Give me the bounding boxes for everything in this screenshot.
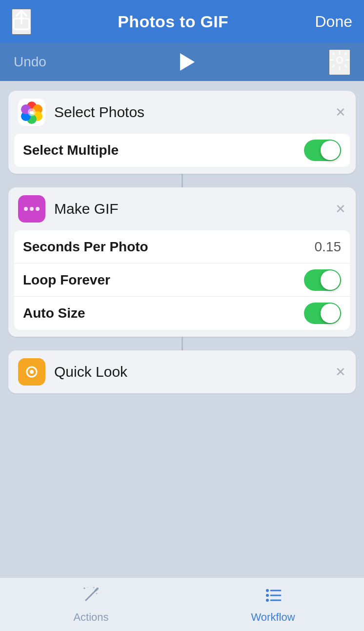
tab-workflow[interactable]: Workflow (182, 586, 364, 624)
play-button[interactable] (180, 53, 195, 71)
make-gif-header: Make GIF ✕ (8, 187, 356, 230)
svg-text:+: + (87, 586, 88, 588)
svg-point-1 (337, 57, 343, 63)
toggle-knob (321, 141, 340, 160)
auto-size-row: Auto Size (14, 297, 350, 330)
select-photos-title: Select Photos (54, 104, 335, 121)
svg-text:✦: ✦ (96, 592, 98, 595)
loop-forever-row: Loop Forever (14, 264, 350, 297)
select-photos-header: Select Photos ✕ (8, 91, 356, 134)
svg-point-17 (266, 589, 269, 592)
seconds-per-photo-value: 0.15 (315, 239, 342, 255)
quick-look-card: Quick Look ✕ (8, 350, 356, 393)
select-multiple-toggle[interactable] (304, 140, 341, 161)
svg-point-21 (266, 599, 269, 602)
select-photos-close-button[interactable]: ✕ (335, 106, 346, 119)
seconds-per-photo-row[interactable]: Seconds Per Photo 0.15 (14, 230, 350, 264)
loop-forever-toggle[interactable] (304, 269, 341, 291)
select-multiple-label: Select Multiple (23, 142, 119, 158)
svg-line-12 (96, 589, 98, 590)
auto-size-label: Auto Size (23, 305, 85, 321)
share-button[interactable] (12, 9, 31, 35)
svg-point-10 (30, 370, 34, 374)
tab-bar: ✦ ✦ ✦ + Actions Workflow (0, 577, 364, 631)
tab-workflow-label: Workflow (251, 611, 295, 624)
loop-forever-label: Loop Forever (23, 272, 110, 288)
auto-size-toggle[interactable] (304, 303, 341, 324)
gif-dot-2 (30, 207, 34, 211)
make-gif-title: Make GIF (54, 201, 335, 217)
tab-actions[interactable]: ✦ ✦ ✦ + Actions (0, 586, 182, 624)
tab-actions-label: Actions (73, 611, 108, 624)
make-gif-icon (18, 195, 45, 223)
select-photos-card: Select Photos ✕ Select Multiple (8, 91, 356, 174)
undo-button[interactable]: Undo (14, 54, 46, 70)
gif-dot-1 (24, 207, 28, 211)
done-button[interactable]: Done (315, 13, 352, 31)
svg-line-11 (86, 590, 96, 600)
connector-1 (182, 174, 183, 187)
toggle-knob-loop (321, 270, 340, 290)
connector-2 (182, 337, 183, 350)
make-gif-close-button[interactable]: ✕ (335, 203, 346, 215)
nav-title: Photos to GIF (118, 12, 228, 31)
list-icon (264, 586, 283, 608)
wand-icon: ✦ ✦ ✦ + (82, 586, 101, 608)
seconds-per-photo-label: Seconds Per Photo (23, 239, 148, 255)
svg-point-8 (28, 108, 36, 116)
make-gif-body: Seconds Per Photo 0.15 Loop Forever Auto… (14, 230, 350, 330)
select-multiple-row: Select Multiple (14, 134, 350, 167)
svg-text:✦: ✦ (83, 587, 86, 590)
nav-bar: Photos to GIF Done (0, 0, 364, 43)
svg-point-19 (266, 594, 269, 597)
svg-text:✦: ✦ (93, 586, 95, 589)
quick-look-close-button[interactable]: ✕ (335, 366, 346, 378)
select-photos-body: Select Multiple (14, 134, 350, 167)
quick-look-title: Quick Look (54, 364, 335, 380)
gear-button[interactable] (329, 49, 350, 75)
gif-dot-3 (36, 207, 40, 211)
toggle-knob-autosize (321, 304, 340, 323)
main-content: Select Photos ✕ Select Multiple Make GIF… (0, 81, 364, 577)
select-photos-icon (18, 99, 45, 126)
quick-look-header: Quick Look ✕ (8, 350, 356, 393)
quick-look-icon (18, 358, 45, 386)
make-gif-card: Make GIF ✕ Seconds Per Photo 0.15 Loop F… (8, 187, 356, 337)
toolbar: Undo (0, 43, 364, 81)
